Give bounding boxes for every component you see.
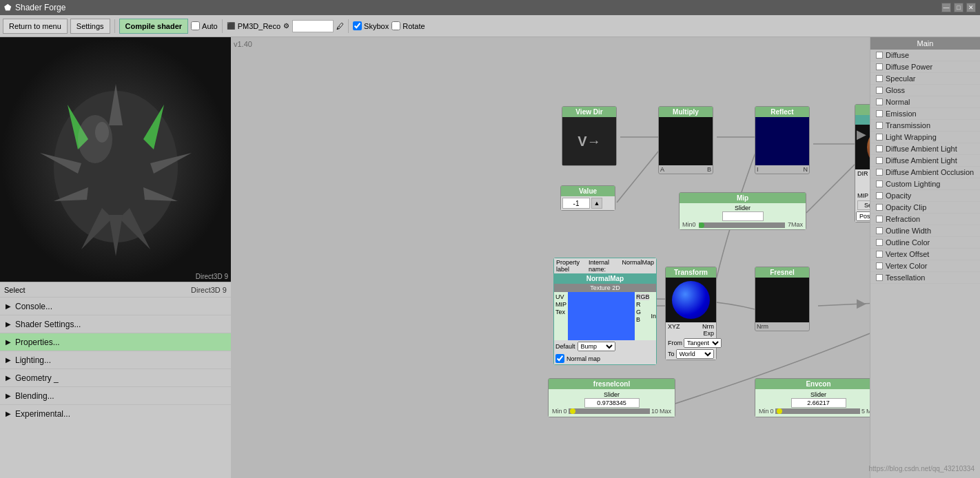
cubemap-select: Select A	[855, 200, 870, 211]
specular-checkbox[interactable]	[876, 75, 883, 82]
fresnelconl-min-label: Min	[552, 408, 562, 415]
skybox-label[interactable]: Skybox	[353, 21, 389, 30]
reflect-node[interactable]: Reflect I N	[755, 106, 810, 174]
diffuse-ambient-light2-checkbox[interactable]	[876, 157, 883, 164]
rotate-label[interactable]: Rotate	[391, 21, 425, 30]
normalmap-sublabel: Texture 2D	[554, 284, 656, 292]
diffuse-ambient-occlusion-checkbox[interactable]	[876, 169, 883, 176]
right-item-diffuse-ambient-occlusion[interactable]: Diffuse Ambient Occlusion	[870, 167, 980, 178]
emission-checkbox[interactable]	[876, 110, 883, 117]
right-item-transmission[interactable]: Transmission	[870, 120, 980, 132]
right-item-diffuse[interactable]: Diffuse	[870, 50, 980, 61]
right-item-opacity-clip[interactable]: Opacity Clip	[870, 202, 980, 214]
fresnelconl-value-input[interactable]	[584, 398, 640, 408]
fresnelconl-slider-track[interactable]	[569, 408, 650, 414]
vertex-color-checkbox[interactable]	[876, 262, 883, 269]
gloss-checkbox[interactable]	[876, 87, 883, 94]
rotate-checkbox[interactable]	[391, 21, 400, 30]
maximize-button[interactable]: □	[954, 3, 963, 12]
envcon-min-val: 0	[770, 408, 774, 415]
right-item-diffuse-power[interactable]: Diffuse Power	[870, 61, 980, 73]
fresnelconl-node[interactable]: fresnelconl Slider Min 0 10 Max	[548, 378, 675, 417]
cubemap-node[interactable]: Cubemap Cubemap DIR R G B RGB A MIP Sele…	[855, 104, 870, 222]
return-menu-button[interactable]: Return to menu	[3, 19, 68, 34]
outline-width-checkbox[interactable]	[876, 227, 883, 234]
material-input[interactable]	[292, 20, 334, 32]
transform-to-select[interactable]: World	[676, 349, 714, 359]
right-item-diffuse-ambient-light[interactable]: Diffuse Ambient Light	[870, 143, 980, 155]
sidebar-item-geometry[interactable]: ▶ Geometry _	[0, 368, 231, 386]
light-wrapping-checkbox[interactable]	[876, 134, 883, 141]
fresnel-node[interactable]: Fresnel Nrm	[755, 267, 810, 331]
sidebar-item-console[interactable]: ▶ Console...	[0, 297, 231, 315]
mip-node[interactable]: Mip Slider 0 Min 0 7 Max	[679, 192, 806, 230]
outline-color-checkbox[interactable]	[876, 239, 883, 246]
minimize-button[interactable]: —	[941, 3, 951, 12]
right-item-emission[interactable]: Emission	[870, 108, 980, 120]
refraction-checkbox[interactable]	[876, 216, 883, 222]
viewdir-icon: V→	[578, 134, 600, 149]
node-canvas: v1.40 View Dir V→	[231, 37, 870, 478]
envcon-node[interactable]: Envcon Slider Min 0 5 Max	[755, 378, 870, 417]
vertex-offset-checkbox[interactable]	[876, 251, 883, 258]
cubemap-direction-select[interactable]: Positive X	[856, 211, 870, 221]
sidebar-item-shader-settings[interactable]: ▶ Shader Settings...	[0, 315, 231, 333]
diffuse-checkbox[interactable]	[876, 52, 883, 59]
internal-name-text: Internal name:	[589, 259, 622, 273]
diffuse-ambient-light-checkbox[interactable]	[876, 145, 883, 152]
transform-from-select[interactable]: Tangent	[684, 338, 722, 348]
right-item-light-wrapping[interactable]: Light Wrapping	[870, 132, 980, 143]
normalmap-node[interactable]: Property label Internal name: NormalMap …	[553, 258, 657, 365]
multiply1-node[interactable]: Multiply A B	[658, 106, 713, 174]
material-icon: ⬛	[227, 22, 235, 30]
opacity-checkbox[interactable]	[876, 192, 883, 199]
sidebar-item-lighting[interactable]: ▶ Lighting...	[0, 351, 231, 368]
right-item-opacity[interactable]: Opacity	[870, 190, 980, 202]
value-input[interactable]	[562, 198, 590, 209]
close-button[interactable]: ✕	[966, 3, 976, 12]
transform-node[interactable]: Transform XYZ Nrm Exp From Tangent To Wo…	[665, 267, 717, 360]
right-item-outline-color[interactable]: Outline Color	[870, 237, 980, 249]
skybox-checkbox[interactable]	[353, 21, 362, 30]
viewdir-node[interactable]: View Dir V→	[562, 106, 617, 166]
eyedropper-icon[interactable]: 🖊	[336, 22, 344, 30]
mip-slider-track[interactable]	[699, 222, 785, 228]
opacity-clip-checkbox[interactable]	[876, 204, 883, 211]
value-stepper[interactable]: ▲	[591, 198, 602, 209]
right-item-refraction[interactable]: Refraction	[870, 214, 980, 225]
right-item-gloss[interactable]: Gloss	[870, 85, 980, 96]
normalmap-default-select[interactable]: Bump	[578, 342, 615, 351]
sidebar-item-blending[interactable]: ▶ Blending...	[0, 386, 231, 404]
auto-checkbox-label[interactable]: Auto	[191, 21, 218, 30]
mip-value-input[interactable]: 0	[722, 211, 764, 221]
right-item-vertex-offset[interactable]: Vertex Offset	[870, 249, 980, 260]
envcon-value-input[interactable]	[791, 398, 846, 408]
custom-lighting-checkbox[interactable]	[876, 180, 883, 187]
cubemap-select-btn[interactable]: Select	[857, 200, 870, 210]
envcon-slider-track[interactable]	[775, 408, 860, 414]
normalmap-right-ports: RGB R G B	[635, 292, 651, 340]
value-node[interactable]: Value ▲	[560, 185, 615, 211]
settings-button[interactable]: Settings	[70, 19, 110, 34]
compile-shader-button[interactable]: Compile shader	[119, 19, 189, 34]
auto-checkbox[interactable]	[191, 21, 200, 30]
tessellation-checkbox[interactable]	[876, 274, 883, 281]
right-panel: Main Diffuse Diffuse Power Specular Glos…	[870, 37, 980, 478]
sidebar-item-properties[interactable]: ▶ Properties...	[0, 333, 231, 351]
right-item-tessellation[interactable]: Tessellation	[870, 272, 980, 284]
transform-preview	[666, 278, 716, 322]
right-item-vertex-color[interactable]: Vertex Color	[870, 260, 980, 272]
shader-settings-label: Shader Settings...	[15, 320, 81, 329]
diffuse-power-checkbox[interactable]	[876, 63, 883, 70]
right-item-diffuse-ambient-light2[interactable]: Diffuse Ambient Light	[870, 155, 980, 167]
transmission-checkbox[interactable]	[876, 122, 883, 129]
normalmap-checkbox[interactable]	[555, 354, 564, 363]
right-item-custom-lighting[interactable]: Custom Lighting	[870, 178, 980, 190]
select-label[interactable]: Select	[4, 286, 25, 294]
normal-checkbox[interactable]	[876, 98, 883, 105]
lighting-label: Lighting...	[15, 355, 51, 365]
right-item-normal[interactable]: Normal	[870, 96, 980, 108]
right-item-specular[interactable]: Specular	[870, 73, 980, 85]
right-item-outline-width[interactable]: Outline Width	[870, 225, 980, 237]
sidebar-item-experimental[interactable]: ▶ Experimental...	[0, 404, 231, 422]
